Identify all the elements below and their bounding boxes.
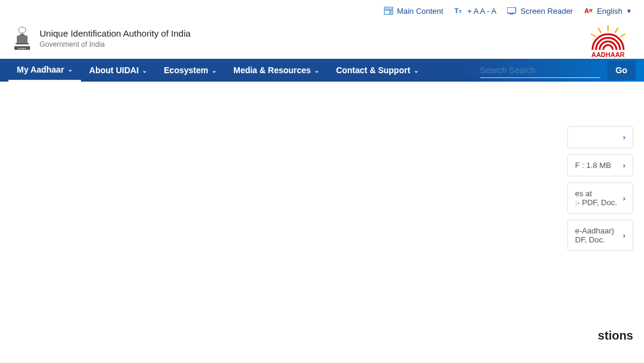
screen-reader-icon	[507, 6, 517, 16]
nav-media-resources[interactable]: Media & Resources⌄	[225, 59, 327, 82]
chevron-down-icon: ▼	[626, 8, 632, 14]
text-size-label: + A A - A	[467, 7, 496, 16]
main-content-icon	[384, 6, 393, 16]
search-area: Go	[480, 61, 636, 80]
svg-rect-9	[16, 43, 29, 44]
svg-text:AADHAAR: AADHAAR	[591, 51, 625, 58]
main-nav: My Aadhaar⌄ About UIDAI⌄ Ecosystem⌄ Medi…	[0, 59, 644, 82]
chevron-down-icon: ⌄	[314, 67, 319, 74]
nav-contact-support[interactable]: Contact & Support⌄	[327, 59, 427, 82]
org-subtitle: Government of India	[40, 40, 191, 49]
language-selector[interactable]: Aअ English ▼	[583, 6, 632, 16]
chevron-down-icon: ⌄	[68, 66, 73, 73]
svg-rect-5	[507, 7, 516, 13]
svg-point-7	[19, 27, 26, 33]
svg-line-13	[598, 28, 601, 32]
text-size-icon: TT	[454, 6, 464, 16]
org-title: Unique Identification Authority of India	[40, 28, 191, 40]
chevron-down-icon: ⌄	[142, 67, 147, 74]
screen-reader-link[interactable]: Screen Reader	[507, 6, 573, 16]
nav-ecosystem[interactable]: Ecosystem⌄	[155, 59, 225, 82]
language-label: English	[597, 7, 622, 16]
main-content-link[interactable]: Main Content	[384, 6, 443, 16]
aadhaar-logo: AADHAAR	[584, 25, 632, 60]
nav-about-uidai[interactable]: About UIDAI⌄	[81, 59, 155, 82]
org-block: Unique Identification Authority of India…	[40, 28, 191, 49]
svg-rect-0	[384, 7, 393, 9]
emblem-icon: सत्यमेव जयते	[12, 25, 32, 52]
svg-text:T: T	[455, 7, 459, 14]
search-go-button[interactable]: Go	[607, 61, 636, 80]
svg-rect-1	[384, 10, 390, 14]
svg-rect-2	[391, 10, 393, 14]
text-size-control[interactable]: TT + A A - A	[454, 6, 496, 16]
svg-line-16	[621, 34, 625, 37]
nav-my-aadhaar[interactable]: My Aadhaar⌄	[8, 59, 81, 82]
svg-line-14	[615, 28, 618, 32]
utility-bar: Main Content TT + A A - A Screen Reader …	[0, 0, 644, 23]
svg-text:सत्यमेव जयते: सत्यमेव जयते	[17, 47, 27, 50]
chevron-down-icon: ⌄	[212, 67, 216, 74]
svg-text:T: T	[459, 9, 462, 14]
svg-line-15	[591, 34, 595, 37]
search-input[interactable]	[480, 63, 600, 78]
chevron-down-icon: ⌄	[414, 67, 419, 74]
main-content-label: Main Content	[397, 7, 443, 16]
svg-rect-6	[510, 14, 513, 14]
language-icon: Aअ	[583, 6, 593, 16]
site-header: सत्यमेव जयते Unique Identification Autho…	[0, 23, 644, 59]
screen-reader-label: Screen Reader	[520, 7, 573, 16]
